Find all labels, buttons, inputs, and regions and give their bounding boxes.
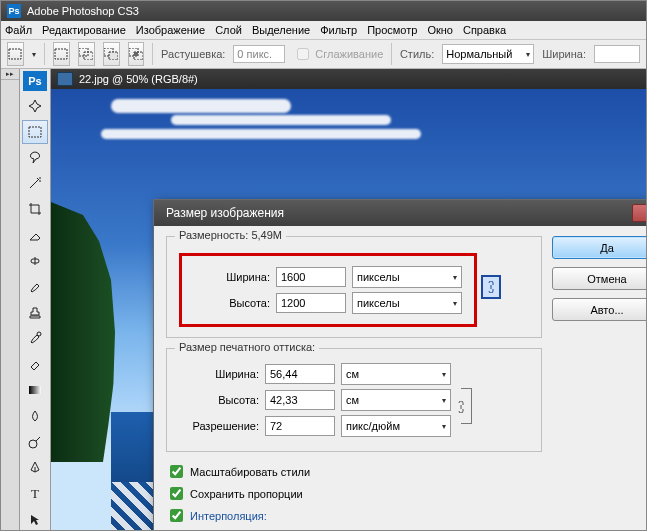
wand-tool-icon[interactable] — [22, 171, 48, 195]
dialog-close-button[interactable]: ✕ — [632, 204, 647, 222]
feather-input[interactable] — [233, 45, 285, 63]
eraser-tool-icon[interactable] — [22, 352, 48, 376]
image-size-dialog: Размер изображения ✕ Размерность: 5,49M — [153, 199, 647, 531]
document-title: 22.jpg @ 50% (RGB/8#) — [79, 73, 198, 85]
menu-select[interactable]: Выделение — [252, 24, 310, 36]
constrain-proportions-checkbox[interactable] — [170, 487, 183, 500]
pixel-width-input[interactable] — [276, 267, 346, 287]
menu-window[interactable]: Окно — [427, 24, 453, 36]
menu-help[interactable]: Справка — [463, 24, 506, 36]
tools-panel: Ps T — [20, 69, 51, 531]
highlight-box: Ширина: пикселы▾ Высота: — [179, 253, 477, 327]
print-size-group: Размер печатного оттиска: Ширина: см▾ — [166, 348, 542, 452]
collapse-icon[interactable]: ▸▸ — [6, 70, 14, 78]
pen-tool-icon[interactable] — [22, 455, 48, 479]
svg-rect-9 — [29, 127, 41, 137]
menu-view[interactable]: Просмотр — [367, 24, 417, 36]
menu-edit[interactable]: Редактирование — [42, 24, 126, 36]
healing-tool-icon[interactable] — [22, 249, 48, 273]
menu-filter[interactable]: Фильтр — [320, 24, 357, 36]
svg-rect-0 — [9, 49, 21, 59]
dialog-title: Размер изображения — [166, 206, 284, 220]
slice-tool-icon[interactable] — [22, 223, 48, 247]
path-select-tool-icon[interactable] — [22, 507, 48, 531]
marquee-intersect-icon[interactable] — [128, 42, 145, 66]
menu-layer[interactable]: Слой — [215, 24, 242, 36]
print-link-bracket — [461, 388, 472, 413]
svg-text:T: T — [31, 486, 39, 500]
svg-line-15 — [36, 437, 40, 441]
app-logo-icon: Ps — [7, 4, 21, 18]
width-label: Ширина: — [542, 48, 586, 60]
menu-image[interactable]: Изображение — [136, 24, 205, 36]
document-area: 22.jpg @ 50% (RGB/8#) Размер изображения… — [51, 69, 646, 531]
marquee-add-icon[interactable] — [78, 42, 95, 66]
separator — [44, 43, 45, 65]
crop-tool-icon[interactable] — [22, 197, 48, 221]
pixel-height-unit-select[interactable]: пикселы▾ — [352, 292, 462, 314]
marquee-tool-icon[interactable] — [22, 120, 48, 144]
print-size-label: Размер печатного оттиска: — [175, 341, 319, 353]
type-tool-icon[interactable]: T — [22, 481, 48, 505]
options-bar: ▾ Растушевка: Сглаживание Стиль: Нормаль… — [1, 40, 646, 69]
pixel-width-unit-select[interactable]: пикселы▾ — [352, 266, 462, 288]
print-width-input[interactable] — [265, 364, 335, 384]
print-width-label: Ширина: — [179, 368, 259, 380]
dialog-titlebar[interactable]: Размер изображения ✕ — [154, 200, 647, 226]
print-height-unit-select[interactable]: см▾ — [341, 389, 451, 411]
constrain-proportions-label: Сохранить пропорции — [190, 488, 303, 500]
resample-label: Интерполяция: — [190, 510, 267, 522]
menubar: Файл Редактирование Изображение Слой Выд… — [1, 21, 646, 40]
ok-button[interactable]: Да — [552, 236, 647, 259]
history-brush-tool-icon[interactable] — [22, 326, 48, 350]
menu-file[interactable]: Файл — [5, 24, 32, 36]
stamp-tool-icon[interactable] — [22, 300, 48, 324]
marquee-rect-icon[interactable] — [53, 42, 70, 66]
document-titlebar[interactable]: 22.jpg @ 50% (RGB/8#) — [51, 69, 646, 90]
style-value: Нормальный — [446, 48, 512, 60]
brush-tool-icon[interactable] — [22, 275, 48, 299]
blur-tool-icon[interactable] — [22, 404, 48, 428]
chevron-down-icon: ▾ — [453, 273, 457, 282]
chevron-down-icon: ▾ — [442, 370, 446, 379]
panel-dock-left[interactable]: ▸▸ — [1, 69, 20, 531]
ps-badge-icon: Ps — [23, 71, 47, 91]
constrain-link-icon[interactable] — [481, 275, 501, 299]
resample-checkbox[interactable] — [170, 509, 183, 522]
width-input — [594, 45, 640, 63]
resolution-input[interactable] — [265, 416, 335, 436]
print-height-input[interactable] — [265, 390, 335, 410]
dodge-tool-icon[interactable] — [22, 430, 48, 454]
app-titlebar: Ps Adobe Photoshop CS3 — [1, 1, 646, 21]
svg-rect-8 — [134, 52, 138, 56]
pixel-dimensions-label: Размерность: 5,49M — [175, 229, 286, 241]
separator — [391, 43, 392, 65]
svg-point-14 — [29, 440, 37, 448]
style-select[interactable]: Нормальный ▾ — [442, 44, 534, 64]
pixel-dimensions-group: Размерность: 5,49M Ширина: пикселы▾ — [166, 236, 542, 338]
antialias-label: Сглаживание — [315, 48, 383, 60]
pixel-height-input[interactable] — [276, 293, 346, 313]
svg-rect-1 — [55, 49, 67, 59]
chevron-down-icon: ▾ — [442, 396, 446, 405]
move-tool-icon[interactable] — [22, 94, 48, 118]
svg-rect-5 — [109, 52, 118, 60]
print-width-unit-select[interactable]: см▾ — [341, 363, 451, 385]
document-icon — [57, 72, 73, 86]
svg-point-12 — [37, 332, 41, 336]
antialias-checkbox: Сглаживание — [293, 45, 383, 63]
resolution-unit-select[interactable]: пикс/дюйм▾ — [341, 415, 451, 437]
marquee-subtract-icon[interactable] — [103, 42, 120, 66]
antialias-check-input — [297, 48, 309, 60]
feather-label: Растушевка: — [161, 48, 225, 60]
gradient-tool-icon[interactable] — [22, 378, 48, 402]
scale-styles-checkbox[interactable] — [170, 465, 183, 478]
tool-preset-dropdown-icon[interactable]: ▾ — [32, 50, 36, 59]
marquee-tool-preset-icon[interactable] — [7, 42, 24, 66]
cancel-button[interactable]: Отмена — [552, 267, 647, 290]
resolution-label: Разрешение: — [179, 420, 259, 432]
separator — [152, 43, 153, 65]
lasso-tool-icon[interactable] — [22, 146, 48, 170]
print-height-label: Высота: — [179, 394, 259, 406]
auto-button[interactable]: Авто... — [552, 298, 647, 321]
